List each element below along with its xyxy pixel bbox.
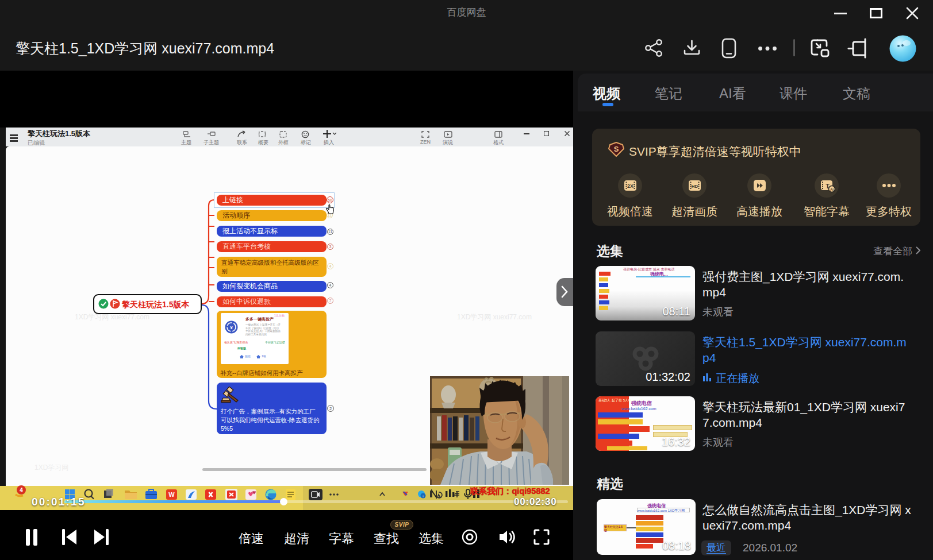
- svg-text:2X: 2X: [627, 183, 633, 189]
- svg-text:HD: HD: [692, 184, 698, 189]
- svg-text:AI: AI: [830, 188, 834, 191]
- svg-text:i: i: [423, 495, 423, 498]
- svg-text:W: W: [168, 491, 175, 498]
- svg-text:S: S: [614, 145, 619, 153]
- svg-text:4: 4: [20, 487, 23, 493]
- svg-text:¥: ¥: [230, 325, 233, 330]
